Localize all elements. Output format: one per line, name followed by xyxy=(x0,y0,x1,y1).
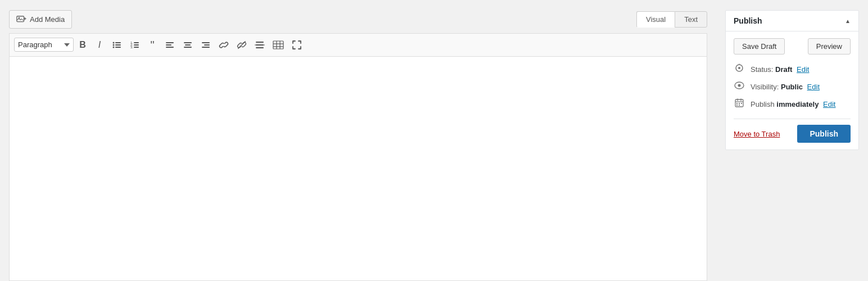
svg-rect-0 xyxy=(17,16,24,21)
visibility-label: Visibility: xyxy=(751,83,779,91)
publish-meta: Status: Draft Edit Visibility: Public Ed… xyxy=(734,64,851,110)
svg-point-3 xyxy=(113,44,115,46)
svg-rect-22 xyxy=(202,47,210,48)
svg-rect-42 xyxy=(736,103,738,104)
status-icon xyxy=(734,64,745,75)
move-to-trash-button[interactable]: Move to Trash xyxy=(734,130,780,138)
status-edit-link[interactable]: Edit xyxy=(797,65,809,74)
svg-rect-46 xyxy=(739,105,740,106)
add-media-icon xyxy=(16,14,26,25)
fullscreen-button[interactable] xyxy=(288,37,305,53)
svg-line-23 xyxy=(238,41,246,48)
svg-rect-24 xyxy=(256,42,264,43)
status-row: Status: Draft Edit xyxy=(734,64,851,75)
visibility-icon xyxy=(734,81,745,92)
tab-text[interactable]: Text xyxy=(675,11,707,28)
svg-rect-28 xyxy=(273,41,283,49)
publish-time-text: Publish immediately Edit xyxy=(751,100,835,108)
svg-rect-16 xyxy=(166,47,174,48)
svg-rect-6 xyxy=(115,44,121,46)
svg-rect-19 xyxy=(184,47,192,48)
add-media-label: Add Media xyxy=(30,15,65,24)
paragraph-select[interactable]: Paragraph Heading 1 Heading 2 Heading 3 … xyxy=(14,38,74,52)
editor-area: Add Media Visual Text Paragraph Heading … xyxy=(0,0,716,281)
svg-point-2 xyxy=(113,42,115,43)
svg-text:3.: 3. xyxy=(130,46,133,49)
sidebar: Publish ▲ Save Draft Preview Status: Dra… xyxy=(716,0,868,281)
blockquote-button[interactable]: " xyxy=(144,37,160,53)
tab-visual[interactable]: Visual xyxy=(636,11,675,28)
svg-point-4 xyxy=(113,46,115,48)
add-media-button[interactable]: Add Media xyxy=(9,10,72,29)
svg-rect-18 xyxy=(185,44,191,46)
publish-button[interactable]: Publish xyxy=(797,125,851,143)
collapse-arrow-icon[interactable]: ▲ xyxy=(845,18,851,24)
svg-rect-20 xyxy=(202,42,210,43)
svg-rect-26 xyxy=(256,47,264,48)
bold-button[interactable]: B xyxy=(75,37,91,53)
visibility-row: Visibility: Public Edit xyxy=(734,81,851,92)
svg-point-37 xyxy=(738,84,741,87)
publish-panel-title: Publish xyxy=(734,16,762,25)
svg-point-34 xyxy=(738,67,740,69)
editor-toolbar: Paragraph Heading 1 Heading 2 Heading 3 … xyxy=(9,33,707,56)
calendar-icon xyxy=(734,98,745,110)
svg-rect-21 xyxy=(204,44,210,46)
publish-panel-body: Save Draft Preview Status: Draft Edit xyxy=(726,31,858,149)
publish-footer: Move to Trash Publish xyxy=(734,119,851,143)
horizontal-rule-button[interactable] xyxy=(251,37,268,53)
svg-rect-11 xyxy=(134,42,139,43)
align-right-button[interactable] xyxy=(197,37,214,53)
publish-time-label: Publish xyxy=(751,100,775,108)
svg-rect-45 xyxy=(736,105,738,106)
visibility-edit-link[interactable]: Edit xyxy=(807,83,820,91)
publish-time-row: Publish immediately Edit xyxy=(734,98,851,110)
svg-rect-7 xyxy=(115,47,121,48)
svg-rect-44 xyxy=(741,103,742,104)
visual-text-tabs: Visual Text xyxy=(636,11,707,28)
status-label: Status: xyxy=(751,65,773,74)
svg-rect-12 xyxy=(134,44,139,46)
ordered-list-button[interactable]: 1.2.3. xyxy=(126,37,143,53)
svg-rect-17 xyxy=(184,42,192,43)
publish-panel-header: Publish ▲ xyxy=(726,11,858,31)
svg-rect-15 xyxy=(166,44,171,46)
unordered-list-button[interactable] xyxy=(108,37,125,53)
svg-rect-43 xyxy=(739,103,740,104)
align-center-button[interactable] xyxy=(179,37,196,53)
read-more-button[interactable] xyxy=(269,37,287,53)
publish-actions: Save Draft Preview xyxy=(734,38,851,55)
svg-point-1 xyxy=(19,17,20,19)
visibility-text: Visibility: Public Edit xyxy=(751,83,820,91)
visibility-value: Public xyxy=(781,83,803,91)
add-media-bar: Add Media Visual Text xyxy=(9,10,707,29)
editor-content[interactable] xyxy=(9,56,707,281)
svg-rect-5 xyxy=(115,42,121,43)
svg-rect-14 xyxy=(166,42,174,43)
remove-link-button[interactable] xyxy=(233,37,250,53)
svg-rect-13 xyxy=(134,47,139,48)
save-draft-button[interactable]: Save Draft xyxy=(734,38,785,55)
publish-time-value: immediately xyxy=(776,100,819,108)
insert-link-button[interactable] xyxy=(215,37,232,53)
preview-button[interactable]: Preview xyxy=(808,38,851,55)
publish-time-edit-link[interactable]: Edit xyxy=(823,100,835,108)
status-value: Draft xyxy=(775,65,792,74)
italic-button[interactable]: I xyxy=(92,37,107,53)
status-text: Status: Draft Edit xyxy=(751,65,809,74)
publish-panel: Publish ▲ Save Draft Preview Status: Dra… xyxy=(725,10,859,150)
align-left-button[interactable] xyxy=(161,37,178,53)
